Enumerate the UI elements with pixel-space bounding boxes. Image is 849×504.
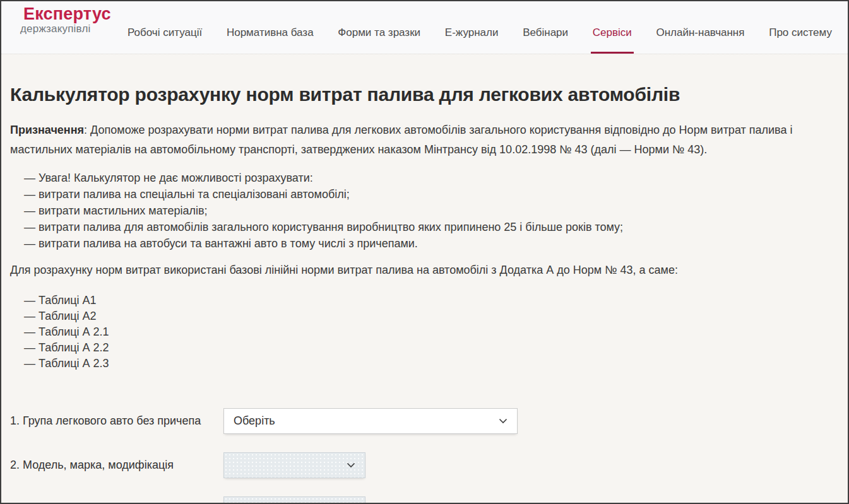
nav-item-pro-systemu[interactable]: Про систему xyxy=(769,26,832,54)
site-header: Експертус держзакупівлі Робочі ситуації … xyxy=(1,1,848,54)
calculator-form: 1. Група легкового авто без причепа Обер… xyxy=(10,408,839,504)
model-field-label: 2. Модель, марка, модифікація xyxy=(10,459,223,472)
group-select[interactable]: Оберіть xyxy=(223,408,518,434)
form-row-modification xyxy=(10,496,839,504)
brand-title: Експертус xyxy=(20,5,115,23)
basis-paragraph: Для розрахунку норм витрат використані б… xyxy=(10,262,839,278)
form-row-model: 2. Модель, марка, модифікація xyxy=(10,452,839,478)
tables-list-item: — Таблиці А1 xyxy=(24,293,839,308)
modification-select[interactable] xyxy=(223,496,365,504)
nav-item-vebinary[interactable]: Вебінари xyxy=(523,26,568,54)
chevron-down-icon xyxy=(347,462,355,468)
tables-list-item: — Таблиці А 2.3 xyxy=(24,356,839,372)
purpose-paragraph: Призначення: Допоможе розрахувати норми … xyxy=(10,120,839,160)
nav-item-formy-ta-zrazky[interactable]: Форми та зразки xyxy=(338,26,420,54)
brand-subtitle: держзакупівлі xyxy=(20,23,115,35)
nav-item-robochi-sytuatsii[interactable]: Робочі ситуації xyxy=(128,26,202,54)
warning-list: — Увага! Калькулятор не дає можливості р… xyxy=(10,170,839,252)
group-field-label: 1. Група легкового авто без причепа xyxy=(10,414,223,428)
page-content: Калькулятор розрахунку норм витрат палив… xyxy=(1,83,848,504)
nav-item-e-zhurnaly[interactable]: Е-журнали xyxy=(445,26,499,54)
warning-list-item: — витрати палива на спеціальні та спеціа… xyxy=(24,186,839,202)
purpose-label: Призначення xyxy=(10,124,84,136)
warning-list-item: — Увага! Калькулятор не дає можливості р… xyxy=(24,170,839,186)
warning-list-item: — витрати палива для автомобілів загальн… xyxy=(24,219,839,235)
tables-list-item: — Таблиці А2 xyxy=(24,308,839,324)
page-title: Калькулятор розрахунку норм витрат палив… xyxy=(10,83,839,106)
tables-list-item: — Таблиці А 2.1 xyxy=(24,324,839,340)
nav-item-normatyvna-baza[interactable]: Нормативна база xyxy=(227,26,314,54)
browser-viewport: { "brand": { "title": "Експертус", "subt… xyxy=(0,0,849,504)
main-nav: Робочі ситуації Нормативна база Форми та… xyxy=(128,1,832,54)
nav-item-onlain-navchannia[interactable]: Онлайн-навчання xyxy=(656,26,745,54)
chevron-down-icon xyxy=(499,418,508,424)
tables-list: — Таблиці А1 — Таблиці А2 — Таблиці А 2.… xyxy=(10,293,839,372)
warning-list-item: — витрати палива на автобуси та вантажні… xyxy=(24,235,839,252)
nav-item-servisy[interactable]: Сервіси xyxy=(593,26,632,54)
tables-list-item: — Таблиці А 2.2 xyxy=(24,340,839,356)
form-row-group: 1. Група легкового авто без причепа Обер… xyxy=(10,408,839,434)
model-select[interactable] xyxy=(223,452,365,478)
group-select-value: Оберіть xyxy=(234,414,275,428)
purpose-text: : Допоможе розрахувати норми витрат пали… xyxy=(10,124,792,156)
brand-logo[interactable]: Експертус держзакупівлі xyxy=(20,1,115,54)
warning-list-item: — витрати мастильних матеріалів; xyxy=(24,202,839,219)
